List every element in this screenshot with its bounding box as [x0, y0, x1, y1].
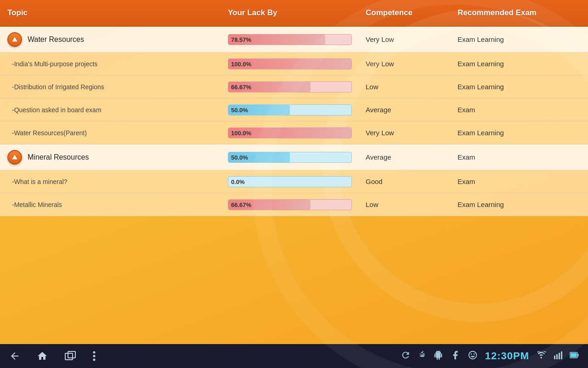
svg-rect-12 [577, 354, 579, 356]
svg-marker-0 [12, 37, 17, 41]
lack-cell-india-multipurpose: 100.0% [228, 58, 366, 69]
battery-icon [570, 351, 579, 362]
competence-cell-water-resources-parent: Very Low [366, 129, 458, 137]
usb-icon [418, 350, 426, 362]
refresh-icon [401, 350, 411, 362]
competence-cell-mineral-resources: Average [366, 153, 458, 161]
svg-point-4 [93, 351, 96, 354]
table-area: Water Resources78.57%Very LowExam Learni… [0, 27, 588, 216]
progress-label-mineral-resources: 50.0% [231, 154, 248, 161]
progress-label-distribution-irrigated: 66.67% [231, 83, 251, 90]
competence-cell-water-resources: Very Low [366, 35, 458, 43]
toggle-button-water-resources[interactable] [7, 32, 22, 47]
time-display: 12:30PM [485, 350, 529, 362]
progress-label-water-resources-parent: 100.0% [231, 129, 251, 136]
svg-rect-2 [65, 353, 73, 360]
topic-cell-india-multipurpose: -India's Multi-purpose projects [7, 60, 228, 68]
wifi-icon [537, 351, 547, 362]
svg-rect-8 [556, 354, 558, 359]
progress-label-metallic-minerals: 66.67% [231, 201, 251, 208]
exam-cell-question-board-exam: Exam [458, 106, 581, 114]
table-row[interactable]: -What is a mineral?0.0%GoodExam [0, 170, 588, 193]
table-row[interactable]: -Question asked in board exam50.0%Averag… [0, 98, 588, 121]
nav-buttons [9, 351, 96, 362]
exam-cell-mineral-resources: Exam [458, 153, 581, 161]
lack-cell-question-board-exam: 50.0% [228, 104, 366, 115]
table-row[interactable]: -Distribution of Irrigated Regions66.67%… [0, 75, 588, 98]
recents-button[interactable] [64, 351, 76, 362]
signal-icon [554, 351, 562, 362]
svg-rect-3 [68, 351, 75, 358]
table-row[interactable]: Water Resources78.57%Very LowExam Learni… [0, 27, 588, 52]
lack-cell-metallic-minerals: 66.67% [228, 199, 366, 210]
exam-cell-what-is-mineral: Exam [458, 178, 581, 185]
topic-cell-water-resources: Water Resources [7, 32, 228, 47]
svg-point-6 [93, 359, 96, 361]
exam-cell-distribution-irrigated: Exam Learning [458, 83, 581, 91]
competence-cell-what-is-mineral: Good [366, 178, 458, 185]
progress-label-india-multipurpose: 100.0% [231, 60, 251, 67]
competence-cell-question-board-exam: Average [366, 106, 458, 114]
book-icon [450, 350, 460, 362]
table-row[interactable]: Mineral Resources50.0%AverageExam [0, 144, 588, 170]
exam-cell-water-resources: Exam Learning [458, 35, 581, 43]
lack-cell-water-resources: 78.57% [228, 34, 366, 45]
home-button[interactable] [37, 351, 48, 362]
exam-cell-metallic-minerals: Exam Learning [458, 201, 581, 208]
table-row[interactable]: -India's Multi-purpose projects100.0%Ver… [0, 52, 588, 75]
competence-cell-india-multipurpose: Very Low [366, 60, 458, 68]
table-row[interactable]: -Water Resources(Parent)100.0%Very LowEx… [0, 121, 588, 144]
android-icon [434, 350, 443, 362]
header-lack: Your Lack By [228, 8, 366, 17]
topic-cell-what-is-mineral: -What is a mineral? [7, 178, 228, 185]
progress-label-water-resources: 78.57% [231, 36, 251, 43]
status-icons: 12:30PM [401, 350, 579, 362]
emoji-icon [468, 350, 478, 362]
lack-cell-distribution-irrigated: 66.67% [228, 81, 366, 92]
topic-cell-mineral-resources: Mineral Resources [7, 150, 228, 165]
menu-button[interactable] [93, 351, 96, 362]
lack-cell-what-is-mineral: 0.0% [228, 176, 366, 187]
progress-label-what-is-mineral: 0.0% [231, 178, 245, 185]
svg-rect-9 [559, 353, 560, 359]
topic-cell-question-board-exam: -Question asked in board exam [7, 106, 228, 114]
svg-marker-1 [12, 155, 17, 159]
progress-label-question-board-exam: 50.0% [231, 106, 248, 113]
header-topic: Topic [7, 8, 228, 17]
svg-point-5 [93, 355, 96, 357]
header-exam: Recommended Exam [458, 8, 581, 17]
svg-rect-13 [571, 353, 577, 357]
topic-cell-metallic-minerals: -Metallic Minerals [7, 201, 228, 208]
svg-rect-7 [554, 356, 555, 359]
header-competence: Competence [366, 8, 458, 17]
back-button[interactable] [9, 351, 20, 362]
svg-rect-10 [561, 351, 562, 359]
status-bar: 12:30PM [0, 344, 588, 368]
topic-cell-distribution-irrigated: -Distribution of Irrigated Regions [7, 83, 228, 91]
competence-cell-metallic-minerals: Low [366, 201, 458, 208]
topic-cell-water-resources-parent: -Water Resources(Parent) [7, 129, 228, 137]
competence-cell-distribution-irrigated: Low [366, 83, 458, 91]
table-header: Topic Your Lack By Competence Recommende… [0, 0, 588, 27]
toggle-button-mineral-resources[interactable] [7, 150, 22, 165]
table-row[interactable]: -Metallic Minerals66.67%LowExam Learning [0, 193, 588, 216]
lack-cell-mineral-resources: 50.0% [228, 152, 366, 163]
exam-cell-water-resources-parent: Exam Learning [458, 129, 581, 137]
lack-cell-water-resources-parent: 100.0% [228, 127, 366, 138]
exam-cell-india-multipurpose: Exam Learning [458, 60, 581, 68]
